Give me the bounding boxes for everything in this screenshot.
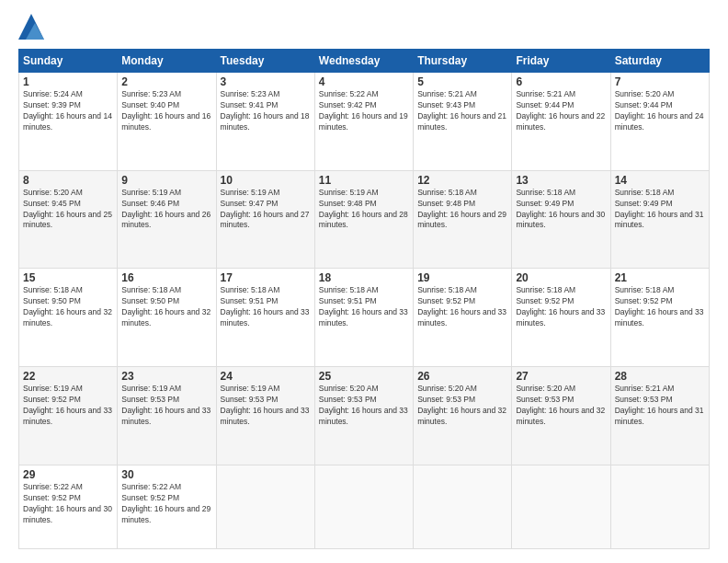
day-info: Sunrise: 5:21 AMSunset: 9:44 PMDaylight:… [516, 89, 605, 132]
day-info: Sunrise: 5:18 AMSunset: 9:50 PMDaylight:… [121, 285, 210, 327]
calendar-day-header: Wednesday [314, 50, 413, 73]
calendar-week-row: 8 Sunrise: 5:20 AMSunset: 9:45 PMDayligh… [19, 170, 710, 269]
day-number: 30 [121, 468, 211, 481]
calendar-day-header: Sunday [19, 50, 118, 73]
day-info: Sunrise: 5:19 AMSunset: 9:52 PMDaylight:… [23, 384, 112, 426]
day-number: 10 [221, 174, 311, 187]
day-number: 21 [615, 271, 705, 284]
calendar-cell [512, 465, 610, 548]
day-info: Sunrise: 5:23 AMSunset: 9:40 PMDaylight:… [121, 89, 210, 132]
day-number: 28 [615, 370, 705, 383]
day-number: 29 [23, 468, 113, 481]
day-info: Sunrise: 5:22 AMSunset: 9:52 PMDaylight:… [23, 482, 112, 524]
day-number: 20 [516, 271, 606, 284]
calendar-day-header: Friday [512, 50, 610, 73]
calendar-week-row: 22 Sunrise: 5:19 AMSunset: 9:52 PMDaylig… [19, 367, 710, 465]
day-number: 19 [417, 271, 507, 284]
day-info: Sunrise: 5:19 AMSunset: 9:47 PMDaylight:… [221, 188, 310, 230]
calendar-cell: 5 Sunrise: 5:21 AMSunset: 9:43 PMDayligh… [414, 73, 512, 171]
day-info: Sunrise: 5:18 AMSunset: 9:52 PMDaylight:… [516, 285, 605, 327]
calendar-cell: 18 Sunrise: 5:18 AMSunset: 9:51 PMDaylig… [314, 269, 413, 367]
day-info: Sunrise: 5:20 AMSunset: 9:45 PMDaylight:… [23, 188, 112, 230]
day-number: 8 [23, 174, 113, 187]
day-info: Sunrise: 5:18 AMSunset: 9:49 PMDaylight:… [516, 188, 605, 230]
calendar-cell: 14 Sunrise: 5:18 AMSunset: 9:49 PMDaylig… [610, 170, 709, 269]
calendar-week-row: 29 Sunrise: 5:22 AMSunset: 9:52 PMDaylig… [19, 465, 710, 548]
calendar-cell: 2 Sunrise: 5:23 AMSunset: 9:40 PMDayligh… [118, 73, 216, 171]
calendar-cell: 4 Sunrise: 5:22 AMSunset: 9:42 PMDayligh… [314, 73, 413, 171]
calendar-cell: 23 Sunrise: 5:19 AMSunset: 9:53 PMDaylig… [118, 367, 216, 465]
day-number: 7 [615, 75, 705, 88]
day-info: Sunrise: 5:18 AMSunset: 9:52 PMDaylight:… [615, 285, 704, 327]
day-number: 12 [417, 174, 507, 187]
calendar-cell: 17 Sunrise: 5:18 AMSunset: 9:51 PMDaylig… [216, 269, 314, 367]
calendar-cell: 15 Sunrise: 5:18 AMSunset: 9:50 PMDaylig… [19, 269, 118, 367]
page: SundayMondayTuesdayWednesdayThursdayFrid… [0, 0, 728, 563]
day-info: Sunrise: 5:19 AMSunset: 9:48 PMDaylight:… [319, 188, 408, 230]
day-info: Sunrise: 5:19 AMSunset: 9:53 PMDaylight:… [121, 384, 210, 426]
calendar-cell: 22 Sunrise: 5:19 AMSunset: 9:52 PMDaylig… [19, 367, 118, 465]
day-info: Sunrise: 5:21 AMSunset: 9:43 PMDaylight:… [417, 89, 506, 132]
calendar-cell [314, 465, 413, 548]
day-info: Sunrise: 5:18 AMSunset: 9:51 PMDaylight:… [319, 285, 408, 327]
day-number: 5 [417, 75, 507, 88]
day-info: Sunrise: 5:22 AMSunset: 9:52 PMDaylight:… [121, 482, 210, 524]
calendar-cell: 25 Sunrise: 5:20 AMSunset: 9:53 PMDaylig… [314, 367, 413, 465]
day-number: 18 [319, 271, 409, 284]
header [18, 14, 710, 40]
calendar-cell: 29 Sunrise: 5:22 AMSunset: 9:52 PMDaylig… [19, 465, 118, 548]
day-info: Sunrise: 5:23 AMSunset: 9:41 PMDaylight:… [221, 89, 310, 132]
day-number: 13 [516, 174, 606, 187]
calendar-day-header: Saturday [610, 50, 709, 73]
calendar-cell: 3 Sunrise: 5:23 AMSunset: 9:41 PMDayligh… [216, 73, 314, 171]
day-number: 24 [221, 370, 311, 383]
day-info: Sunrise: 5:20 AMSunset: 9:53 PMDaylight:… [516, 384, 605, 426]
calendar-day-header: Thursday [414, 50, 512, 73]
day-info: Sunrise: 5:20 AMSunset: 9:53 PMDaylight:… [417, 384, 506, 426]
day-info: Sunrise: 5:20 AMSunset: 9:53 PMDaylight:… [319, 384, 408, 426]
logo-icon [18, 14, 44, 40]
day-number: 2 [121, 75, 211, 88]
day-number: 22 [23, 370, 113, 383]
day-number: 4 [319, 75, 409, 88]
day-number: 27 [516, 370, 606, 383]
calendar-day-header: Tuesday [216, 50, 314, 73]
day-number: 15 [23, 271, 113, 284]
day-info: Sunrise: 5:18 AMSunset: 9:50 PMDaylight:… [23, 285, 112, 327]
day-info: Sunrise: 5:24 AMSunset: 9:39 PMDaylight:… [23, 89, 112, 132]
day-info: Sunrise: 5:19 AMSunset: 9:46 PMDaylight:… [121, 188, 210, 230]
day-info: Sunrise: 5:18 AMSunset: 9:48 PMDaylight:… [417, 188, 506, 230]
calendar-week-row: 15 Sunrise: 5:18 AMSunset: 9:50 PMDaylig… [19, 269, 710, 367]
day-info: Sunrise: 5:22 AMSunset: 9:42 PMDaylight:… [319, 89, 408, 132]
calendar-body: 1 Sunrise: 5:24 AMSunset: 9:39 PMDayligh… [19, 73, 710, 549]
calendar-cell: 16 Sunrise: 5:18 AMSunset: 9:50 PMDaylig… [118, 269, 216, 367]
calendar-cell: 27 Sunrise: 5:20 AMSunset: 9:53 PMDaylig… [512, 367, 610, 465]
calendar-cell: 1 Sunrise: 5:24 AMSunset: 9:39 PMDayligh… [19, 73, 118, 171]
day-number: 23 [121, 370, 211, 383]
day-number: 1 [23, 75, 113, 88]
day-info: Sunrise: 5:20 AMSunset: 9:44 PMDaylight:… [615, 89, 704, 132]
calendar-cell: 7 Sunrise: 5:20 AMSunset: 9:44 PMDayligh… [610, 73, 709, 171]
calendar-cell: 20 Sunrise: 5:18 AMSunset: 9:52 PMDaylig… [512, 269, 610, 367]
day-number: 11 [319, 174, 409, 187]
calendar-cell: 21 Sunrise: 5:18 AMSunset: 9:52 PMDaylig… [610, 269, 709, 367]
day-info: Sunrise: 5:18 AMSunset: 9:52 PMDaylight:… [417, 285, 506, 327]
day-info: Sunrise: 5:18 AMSunset: 9:49 PMDaylight:… [615, 188, 704, 230]
day-info: Sunrise: 5:21 AMSunset: 9:53 PMDaylight:… [615, 384, 704, 426]
day-number: 17 [221, 271, 311, 284]
calendar-cell: 30 Sunrise: 5:22 AMSunset: 9:52 PMDaylig… [118, 465, 216, 548]
calendar-cell: 26 Sunrise: 5:20 AMSunset: 9:53 PMDaylig… [414, 367, 512, 465]
logo [18, 14, 48, 40]
calendar-week-row: 1 Sunrise: 5:24 AMSunset: 9:39 PMDayligh… [19, 73, 710, 171]
day-number: 26 [417, 370, 507, 383]
day-number: 9 [121, 174, 211, 187]
calendar-cell: 9 Sunrise: 5:19 AMSunset: 9:46 PMDayligh… [118, 170, 216, 269]
day-number: 16 [121, 271, 211, 284]
calendar-table: SundayMondayTuesdayWednesdayThursdayFrid… [18, 49, 710, 549]
calendar-cell: 12 Sunrise: 5:18 AMSunset: 9:48 PMDaylig… [414, 170, 512, 269]
calendar-day-header: Monday [118, 50, 216, 73]
day-info: Sunrise: 5:18 AMSunset: 9:51 PMDaylight:… [221, 285, 310, 327]
calendar-cell: 28 Sunrise: 5:21 AMSunset: 9:53 PMDaylig… [610, 367, 709, 465]
calendar-cell: 6 Sunrise: 5:21 AMSunset: 9:44 PMDayligh… [512, 73, 610, 171]
calendar-cell: 24 Sunrise: 5:19 AMSunset: 9:53 PMDaylig… [216, 367, 314, 465]
